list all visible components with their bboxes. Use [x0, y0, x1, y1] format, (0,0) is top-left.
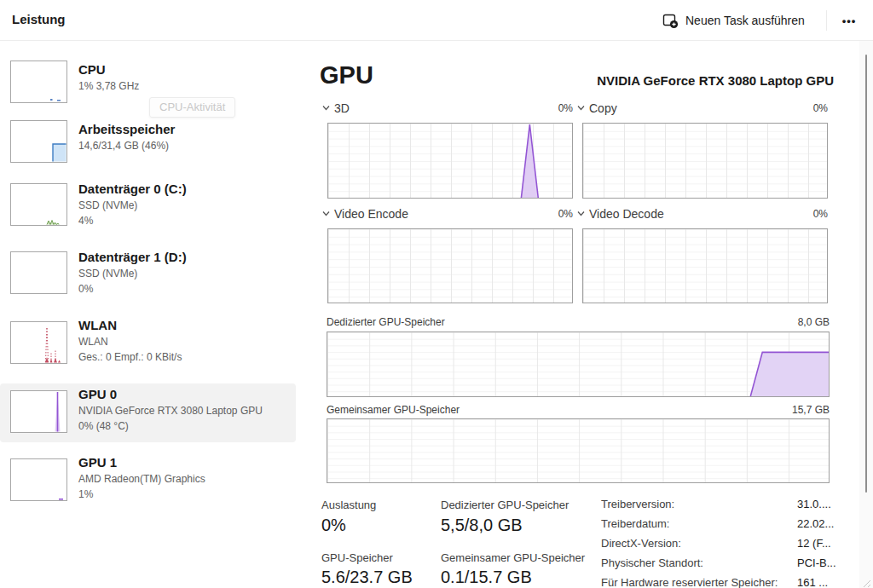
more-options-button[interactable]: ••• [835, 9, 863, 32]
ellipsis-icon: ••• [842, 14, 857, 27]
engine-header-video-decode: Video Decode 0% [576, 207, 828, 221]
sidebar-item-memory[interactable]: Arbeitsspeicher 14,6/31,4 GB (46%) [0, 114, 296, 174]
detail-label: Treiberversion: [601, 498, 674, 510]
sidebar-item-wlan[interactable]: WLAN WLAN Ges.: 0 Empf.: 0 KBit/s [0, 312, 296, 377]
dedicated-memory-max: 8,0 GB [798, 316, 830, 328]
memory-mini-chart [10, 120, 67, 163]
stat-dedicated-memory-value: 5,5/8,0 GB [441, 516, 523, 535]
sidebar-disk0-type: SSD (NVMe) [78, 198, 291, 213]
sidebar-gpu1-title: GPU 1 [78, 454, 291, 471]
stat-gpu-memory-value: 5.6/23.7 GB [321, 568, 413, 587]
detail-value: 31.0.... [797, 498, 831, 510]
detail-label: Treiberdatum: [601, 517, 669, 530]
shared-memory-label: Gemeinsamer GPU-Speicher [327, 404, 460, 416]
chart-dedicated-memory [327, 331, 830, 397]
stat-utilization-label: Auslastung [321, 499, 376, 511]
detail-label: DirectX-Version: [601, 537, 681, 550]
cpu-mini-chart [10, 61, 67, 103]
sidebar-gpu0-stats: 0% (48 °C) [78, 418, 291, 434]
sidebar-disk0-stats: 4% [78, 213, 291, 228]
detail-row-hardware-reserved: Für Hardware reservierter Speicher: 161 … [601, 576, 853, 588]
sidebar-wlan-stats: Ges.: 0 Empf.: 0 KBit/s [78, 349, 291, 365]
stat-utilization-value: 0% [321, 516, 346, 535]
page-title: Leistung [12, 12, 66, 26]
dedicated-memory-label: Dedizierter GPU-Speicher [327, 316, 445, 328]
sidebar-cpu-title: CPU [78, 61, 291, 78]
engine-percent: 0% [558, 102, 573, 114]
engine-selector-video-decode[interactable]: Video Decode [576, 207, 664, 221]
sidebar-memory-stats: 14,6/31,4 GB (46%) [78, 138, 291, 153]
engine-label: Video Decode [589, 207, 664, 221]
chart-shared-memory [327, 418, 830, 483]
engine-selector-copy[interactable]: Copy [576, 101, 617, 115]
detail-label: Physischer Standort: [601, 556, 703, 569]
scrollbar-thumb[interactable] [865, 55, 867, 493]
detail-label: Für Hardware reservierter Speicher: [601, 576, 778, 588]
detail-row-driver-date: Treiberdatum: 22.02... [601, 517, 853, 530]
stat-shared-memory-value: 0.1/15.7 GB [441, 568, 532, 587]
engine-selector-3d[interactable]: 3D [321, 101, 350, 115]
run-new-task-label: Neuen Task ausführen [685, 14, 805, 27]
sidebar-memory-title: Arbeitsspeicher [78, 121, 291, 138]
detail-value: 12 (F... [797, 537, 831, 550]
header-separator [0, 40, 873, 41]
chart-video-decode [582, 228, 828, 303]
shared-memory-max: 15,7 GB [792, 404, 830, 416]
sidebar-item-disk0[interactable]: Datenträger 0 (C:) SSD (NVMe) 4% [0, 176, 296, 239]
engine-label: Copy [589, 101, 617, 115]
wlan-mini-chart [10, 321, 67, 364]
detail-row-directx-version: DirectX-Version: 12 (F... [601, 537, 853, 550]
engine-header-3d: 3D 0% [321, 101, 573, 115]
detail-row-physical-location: Physischer Standort: PCI-B... [601, 556, 853, 569]
chart-video-encode [327, 228, 573, 303]
sidebar-disk0-title: Datenträger 0 (C:) [78, 181, 291, 198]
chart-copy [582, 123, 828, 199]
engine-label: Video Encode [334, 207, 408, 221]
disk1-mini-chart [10, 251, 67, 294]
disk0-mini-chart [10, 183, 67, 226]
chevron-down-icon [576, 207, 586, 221]
stat-shared-memory-label: Gemeinsamer GPU-Speicher [441, 551, 585, 564]
cpu-activity-tooltip: CPU-Aktivität [149, 97, 235, 118]
sidebar-item-disk1[interactable]: Datenträger 1 (D:) SSD (NVMe) 0% [0, 244, 296, 307]
sidebar-disk1-title: Datenträger 1 (D:) [78, 249, 291, 266]
sidebar-gpu1-stats: 1% [78, 487, 291, 502]
sidebar-wlan-type: WLAN [78, 334, 291, 349]
sidebar-gpu0-title: GPU 0 [78, 386, 291, 403]
sidebar-item-gpu0[interactable]: GPU 0 NVIDIA GeForce RTX 3080 Laptop GPU… [0, 383, 296, 442]
detail-row-driver-version: Treiberversion: 31.0.... [601, 498, 853, 510]
task-manager-window: Leistung Neuen Task ausführen ••• CPU 1%… [0, 0, 873, 588]
chevron-down-icon [576, 101, 586, 115]
sidebar-cpu-stats: 1% 3,78 GHz [78, 78, 291, 94]
vertical-scrollbar[interactable] [859, 41, 873, 588]
sidebar-item-gpu1[interactable]: GPU 1 AMD Radeon(TM) Graphics 1% [0, 452, 296, 515]
sidebar-disk1-type: SSD (NVMe) [78, 266, 291, 281]
sidebar-wlan-title: WLAN [78, 317, 291, 334]
engine-header-copy: Copy 0% [576, 101, 828, 115]
engine-header-video-encode: Video Encode 0% [321, 207, 573, 221]
sidebar-gpu0-name: NVIDIA GeForce RTX 3080 Laptop GPU [78, 403, 291, 418]
header-divider [826, 10, 827, 31]
chevron-down-icon [321, 207, 331, 221]
new-task-icon [662, 12, 679, 29]
detail-value: 161 ... [797, 576, 828, 588]
detail-value: 22.02... [797, 517, 834, 530]
stat-gpu-memory-label: GPU-Speicher [321, 551, 393, 564]
engine-percent: 0% [813, 208, 828, 220]
chart-3d [327, 123, 573, 199]
sidebar-item-cpu[interactable]: CPU 1% 3,78 GHz [0, 55, 296, 114]
engine-percent: 0% [813, 102, 828, 114]
shared-memory-header: Gemeinsamer GPU-Speicher 15,7 GB [327, 404, 830, 416]
gpu0-mini-chart [10, 390, 67, 433]
engine-selector-video-encode[interactable]: Video Encode [321, 207, 408, 221]
resize-grip-icon[interactable] [861, 576, 871, 588]
detail-value: PCI-B... [797, 556, 836, 569]
gpu-device-name: NVIDIA GeForce RTX 3080 Laptop GPU [497, 73, 834, 88]
sidebar-gpu1-name: AMD Radeon(TM) Graphics [78, 471, 291, 487]
chevron-down-icon [321, 101, 331, 115]
gpu1-mini-chart [10, 458, 67, 501]
run-new-task-button[interactable]: Neuen Task ausführen [662, 7, 817, 34]
stat-dedicated-memory-label: Dedizierter GPU-Speicher [441, 499, 569, 511]
dedicated-memory-header: Dedizierter GPU-Speicher 8,0 GB [327, 316, 830, 328]
gpu-page-title: GPU [320, 61, 373, 89]
